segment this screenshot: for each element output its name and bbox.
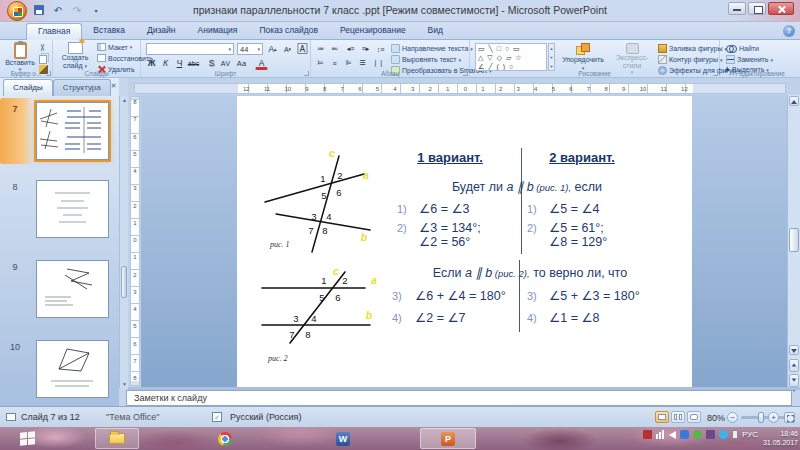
flag-tray-icon[interactable] bbox=[706, 430, 715, 439]
editor-scrollbar[interactable] bbox=[787, 95, 800, 389]
bold-button[interactable]: Ж bbox=[145, 57, 158, 69]
paragraph-dialog-launcher[interactable] bbox=[463, 71, 468, 76]
undo-button[interactable]: ↶ bbox=[51, 3, 65, 17]
fit-to-window-button[interactable] bbox=[784, 412, 795, 423]
panel-scrollbar[interactable]: ▲ ▼ bbox=[119, 96, 128, 388]
previous-slide-button[interactable] bbox=[789, 359, 799, 372]
slide-thumbnail-10[interactable]: 10 bbox=[0, 340, 119, 400]
shapes-gallery[interactable]: ▭ ╲ □ ○ ▭ △ ▽ ◇ ▱ ☆ ∠ ╱ ( ) ○ bbox=[475, 43, 547, 71]
volume-tray-icon[interactable] bbox=[669, 431, 676, 439]
font-dialog-launcher[interactable] bbox=[304, 71, 309, 76]
ribbon-tab[interactable]: Показ слайдов bbox=[248, 23, 329, 40]
keyboard-language[interactable]: РУС bbox=[742, 430, 758, 439]
align-text-button[interactable]: Выровнять текст▾ bbox=[391, 55, 461, 64]
office-button[interactable] bbox=[7, 1, 27, 21]
drawing-dialog-launcher[interactable] bbox=[713, 71, 718, 76]
underline-button[interactable]: Ч bbox=[173, 57, 186, 69]
shrink-font-button[interactable]: A▾ bbox=[281, 43, 294, 55]
ribbon-tab[interactable]: Анимация bbox=[187, 23, 249, 40]
zoom-level[interactable]: 80% bbox=[707, 413, 725, 423]
language-indicator[interactable]: Русский (Россия) bbox=[230, 412, 301, 422]
save-button[interactable] bbox=[32, 3, 46, 17]
copy-button[interactable] bbox=[39, 55, 47, 64]
security-tray-icon[interactable] bbox=[643, 430, 652, 439]
help-icon[interactable]: ? bbox=[783, 25, 795, 37]
spellcheck-icon[interactable]: ✓ bbox=[212, 412, 222, 422]
minimize-button[interactable] bbox=[728, 2, 746, 15]
ribbon-tab[interactable]: Дизайн bbox=[136, 23, 187, 40]
font-color-button[interactable]: А bbox=[255, 57, 268, 70]
shapes-gallery-scroll[interactable]: ▲▼▼ bbox=[548, 43, 555, 71]
scrollbar-thumb[interactable] bbox=[789, 228, 799, 252]
find-button[interactable]: Найти bbox=[726, 44, 759, 53]
panel-scroll-down-icon[interactable]: ▼ bbox=[121, 381, 128, 387]
columns-button[interactable]: ❘❘ bbox=[372, 57, 385, 69]
app-tray-icon-blue[interactable] bbox=[680, 430, 689, 439]
shape-outline-button[interactable]: Контур фигуры▾ bbox=[658, 55, 722, 64]
network-tray-icon[interactable] bbox=[656, 430, 665, 439]
slide-canvas[interactable]: 1 2 5 6 3 4 7 8 c a b рис. 1 bbox=[237, 96, 692, 389]
taskbar-explorer-button[interactable] bbox=[95, 428, 139, 449]
layout-button[interactable]: Макет▾ bbox=[97, 43, 132, 51]
font-name-combo[interactable]: ▾ bbox=[146, 43, 234, 55]
increase-indent-button[interactable]: ≡▸ bbox=[359, 43, 372, 55]
strikethrough-button[interactable]: abc bbox=[187, 57, 200, 69]
grow-font-button[interactable]: A▴ bbox=[266, 43, 279, 55]
slide-sorter-view-button[interactable] bbox=[671, 411, 685, 423]
taskbar-chrome-button[interactable] bbox=[205, 428, 245, 449]
close-button[interactable] bbox=[768, 2, 794, 15]
taskbar-clock[interactable]: 18:46 31.05.2017 bbox=[763, 429, 798, 447]
new-slide-button[interactable]: Создать слайд ▾ bbox=[57, 42, 93, 70]
tab-slides[interactable]: Слайды bbox=[3, 79, 53, 96]
slideshow-view-button[interactable] bbox=[687, 411, 701, 423]
align-center-button[interactable]: ≡ bbox=[328, 57, 341, 69]
panel-scrollbar-thumb[interactable] bbox=[121, 266, 127, 298]
text-shadow-button[interactable]: S bbox=[205, 57, 218, 69]
italic-button[interactable]: К bbox=[159, 57, 172, 69]
restore-button[interactable] bbox=[748, 2, 766, 15]
ribbon-tab[interactable]: Вид bbox=[417, 23, 454, 40]
arrange-button[interactable]: Упорядочить ▾ bbox=[560, 43, 606, 72]
slide-thumbnail-8[interactable]: 8 bbox=[0, 180, 119, 240]
line-spacing-button[interactable]: ↕≡ bbox=[374, 43, 387, 55]
normal-view-button[interactable] bbox=[655, 411, 669, 423]
ribbon-tab[interactable]: Рецензирование bbox=[329, 23, 417, 40]
slide-thumbnail-9[interactable]: 9 bbox=[0, 260, 119, 320]
start-button[interactable] bbox=[8, 428, 46, 449]
ribbon-tab[interactable]: Вставка bbox=[82, 23, 136, 40]
zoom-out-button[interactable]: − bbox=[727, 412, 738, 423]
character-spacing-button[interactable]: АV bbox=[219, 57, 232, 69]
align-left-button[interactable]: ⊨ bbox=[314, 57, 327, 69]
replace-button[interactable]: Заменить▾ bbox=[726, 55, 773, 64]
ribbon-tab[interactable]: Главная bbox=[26, 23, 82, 40]
slide-thumbnail-7[interactable]: 7 bbox=[0, 102, 119, 166]
tab-outline[interactable]: Структура bbox=[53, 79, 111, 96]
scroll-down-button[interactable] bbox=[789, 345, 799, 355]
panel-scroll-up-icon[interactable]: ▲ bbox=[121, 97, 128, 103]
notes-pane[interactable]: Заметки к слайду bbox=[126, 390, 792, 406]
battery-tray-icon[interactable] bbox=[732, 430, 738, 439]
clear-formatting-button[interactable]: 🄰 bbox=[296, 43, 309, 55]
taskbar-powerpoint-button[interactable]: P bbox=[420, 428, 476, 449]
cut-button[interactable] bbox=[38, 44, 47, 53]
clipboard-dialog-launcher[interactable] bbox=[46, 71, 51, 76]
shape-fill-button[interactable]: Заливка фигуры▾ bbox=[658, 44, 727, 53]
next-slide-button[interactable] bbox=[789, 374, 799, 387]
update-tray-icon[interactable] bbox=[693, 430, 702, 439]
font-size-combo[interactable]: 44▾ bbox=[237, 43, 263, 55]
text-direction-button[interactable]: Направление текста▾ bbox=[391, 44, 473, 53]
redo-button[interactable]: ↷ bbox=[70, 3, 84, 17]
scroll-up-button[interactable] bbox=[789, 96, 799, 106]
theme-name[interactable]: "Тема Office" bbox=[106, 412, 159, 422]
decrease-indent-button[interactable]: ◂≡ bbox=[344, 43, 357, 55]
messenger-tray-icon[interactable] bbox=[719, 430, 728, 439]
bullets-button[interactable]: ≔ bbox=[314, 43, 327, 55]
numbering-button[interactable]: ≕ bbox=[328, 43, 341, 55]
justify-button[interactable]: ☰ bbox=[356, 57, 369, 69]
zoom-slider-thumb[interactable] bbox=[758, 412, 764, 423]
zoom-in-button[interactable]: + bbox=[768, 412, 779, 423]
paste-button[interactable]: Вставить▾ bbox=[5, 42, 35, 73]
taskbar-word-button[interactable]: W bbox=[322, 428, 364, 449]
panel-close-icon[interactable]: ✕ bbox=[111, 82, 117, 96]
qat-customize-button[interactable]: ▾ bbox=[89, 3, 103, 17]
